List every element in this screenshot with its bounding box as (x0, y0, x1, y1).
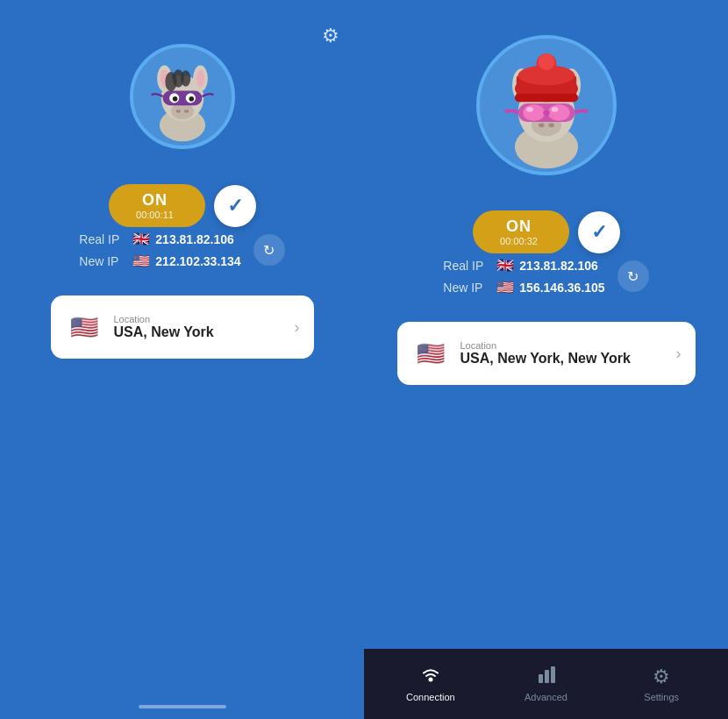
refresh-button-left[interactable]: ↻ (253, 234, 285, 266)
svg-rect-28 (514, 94, 577, 103)
vpn-toggle-left: ON 00:00:11 ✓ (109, 184, 256, 227)
home-indicator-left (139, 705, 226, 708)
location-card-left[interactable]: 🇺🇸 Location USA, New York › (51, 295, 314, 359)
svg-rect-40 (545, 670, 549, 683)
checkmark-icon-right: ✓ (591, 221, 607, 244)
new-ip-flag-left: 🇺🇸 (132, 253, 150, 269)
svg-point-5 (196, 69, 203, 88)
location-name-right: USA, New York, New York (460, 351, 666, 367)
checkmark-icon-left: ✓ (227, 195, 243, 217)
connection-icon (420, 666, 441, 688)
location-card-right[interactable]: 🇺🇸 Location USA, New York, New York › (397, 322, 696, 385)
chevron-icon-right: › (676, 345, 682, 363)
svg-point-31 (548, 123, 554, 127)
toggle-pill-right[interactable]: ON 00:00:32 (473, 210, 569, 253)
svg-point-7 (175, 110, 181, 113)
svg-point-38 (428, 678, 432, 682)
vpn-status-right: ON (506, 217, 532, 236)
location-label-left: Location (114, 314, 284, 324)
location-text-right: Location USA, New York, New York (460, 340, 666, 367)
ip-refresh-area-left: Real IP 🇬🇧 213.81.82.106 New IP 🇺🇸 212.1… (79, 231, 284, 269)
nav-settings[interactable]: ⚙ Settings (603, 666, 719, 702)
settings-icon-nav: ⚙ (653, 666, 670, 688)
real-ip-flag-left: 🇬🇧 (132, 231, 150, 247)
location-label-right: Location (460, 340, 666, 351)
vpn-status-left: ON (142, 191, 168, 210)
ip-block-right: Real IP 🇬🇧 213.81.82.106 New IP 🇺🇸 156.1… (443, 257, 604, 295)
ip-refresh-area-right: Real IP 🇬🇧 213.81.82.106 New IP 🇺🇸 156.1… (443, 257, 648, 295)
bottom-nav: Connection Advanced ⚙ Settings (364, 649, 728, 719)
vpn-timer-right: 00:00:32 (500, 236, 538, 246)
new-ip-row-left: New IP 🇺🇸 212.102.33.134 (79, 253, 240, 269)
svg-point-12 (172, 96, 177, 102)
real-ip-label-right: Real IP (443, 259, 491, 273)
svg-point-33 (523, 104, 545, 121)
refresh-button-right[interactable]: ↻ (617, 260, 649, 292)
svg-rect-41 (551, 666, 555, 683)
nav-connection[interactable]: Connection (373, 666, 489, 702)
real-ip-value-right: 213.81.82.106 (519, 259, 598, 273)
real-ip-row-right: Real IP 🇬🇧 213.81.82.106 (443, 257, 604, 274)
new-ip-flag-right: 🇺🇸 (496, 279, 514, 295)
left-panel: ⚙ (0, 0, 364, 719)
vpn-toggle-right: ON 00:00:32 ✓ (473, 210, 620, 253)
vpn-toggle-button-left[interactable]: ✓ (214, 185, 256, 227)
real-ip-flag-right: 🇬🇧 (496, 257, 514, 274)
svg-rect-39 (539, 674, 543, 683)
svg-point-34 (547, 104, 569, 121)
svg-rect-37 (543, 110, 550, 116)
svg-point-13 (189, 96, 194, 102)
avatar-right (476, 35, 617, 175)
vpn-timer-left: 00:00:11 (136, 210, 174, 220)
svg-point-8 (183, 110, 189, 113)
svg-point-27 (538, 53, 554, 70)
svg-point-36 (551, 107, 558, 112)
location-text-left: Location USA, New York (114, 314, 284, 340)
real-ip-label-left: Real IP (79, 232, 127, 246)
svg-rect-9 (162, 90, 202, 105)
avatar-image-right (480, 39, 613, 172)
nav-connection-label: Connection (406, 692, 455, 702)
svg-point-35 (526, 107, 533, 112)
new-ip-label-right: New IP (443, 281, 491, 295)
location-flag-right: 🇺🇸 (411, 334, 450, 373)
toggle-pill-left[interactable]: ON 00:00:11 (109, 184, 205, 227)
new-ip-label-left: New IP (79, 254, 127, 268)
avatar-image-left (133, 47, 232, 146)
new-ip-value-right: 156.146.36.105 (519, 281, 604, 295)
right-panel: ON 00:00:32 ✓ Real IP 🇬🇧 213.81.82.106 N… (364, 0, 728, 719)
svg-point-16 (181, 70, 190, 87)
nav-advanced-label: Advanced (525, 692, 567, 702)
location-name-left: USA, New York (114, 324, 284, 340)
real-ip-value-left: 213.81.82.106 (155, 232, 234, 246)
chevron-icon-left: › (295, 318, 300, 337)
vpn-toggle-button-right[interactable]: ✓ (578, 211, 620, 253)
settings-icon-left[interactable]: ⚙ (322, 25, 339, 47)
advanced-icon (537, 666, 556, 688)
real-ip-row-left: Real IP 🇬🇧 213.81.82.106 (79, 231, 240, 247)
nav-advanced[interactable]: Advanced (489, 666, 604, 702)
nav-settings-label: Settings (644, 692, 679, 702)
ip-block-left: Real IP 🇬🇧 213.81.82.106 New IP 🇺🇸 212.1… (79, 231, 240, 269)
svg-point-30 (538, 123, 544, 127)
avatar-left (130, 44, 235, 149)
location-flag-left: 🇺🇸 (65, 308, 103, 346)
new-ip-value-left: 212.102.33.134 (155, 254, 240, 268)
new-ip-row-right: New IP 🇺🇸 156.146.36.105 (443, 279, 604, 295)
